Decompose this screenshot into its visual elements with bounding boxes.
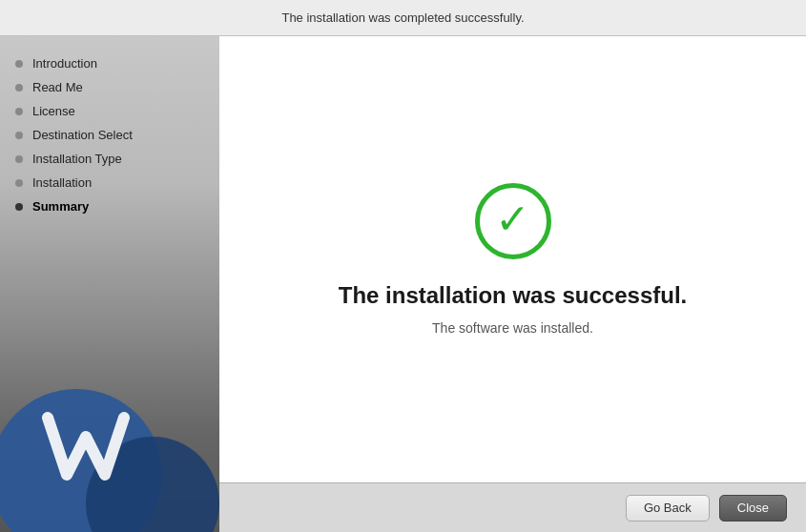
sidebar-label-installation-type: Installation Type: [32, 152, 122, 166]
success-subtitle: The software was installed.: [432, 320, 593, 336]
sidebar-item-summary[interactable]: Summary: [15, 194, 219, 218]
nav-dot-introduction: [15, 60, 23, 68]
title-bar-text: The installation was completed successfu…: [281, 10, 524, 25]
nav-dot-summary: [15, 203, 23, 211]
success-icon: ✓: [475, 183, 551, 259]
nav-dot-license: [15, 108, 23, 115]
sidebar-item-license[interactable]: License: [15, 99, 219, 123]
success-title: The installation was successful.: [339, 282, 687, 309]
go-back-button[interactable]: Go Back: [626, 495, 710, 522]
checkmark-icon: ✓: [495, 198, 530, 240]
sidebar-label-license: License: [32, 104, 75, 118]
nav-dot-installation-type: [15, 155, 23, 163]
sidebar-item-installation-type[interactable]: Installation Type: [15, 147, 219, 171]
sidebar: IntroductionRead MeLicenseDestination Se…: [0, 36, 219, 532]
sidebar-label-introduction: Introduction: [32, 56, 97, 71]
content-area: IntroductionRead MeLicenseDestination Se…: [0, 36, 806, 532]
main-panel: ✓ The installation was successful. The s…: [219, 36, 806, 532]
close-button[interactable]: Close: [719, 495, 787, 522]
nav-dot-installation: [15, 179, 23, 187]
sidebar-label-installation: Installation: [32, 175, 92, 190]
sidebar-nav: IntroductionRead MeLicenseDestination Se…: [0, 51, 219, 218]
sidebar-logo: [0, 313, 219, 532]
sidebar-label-read-me: Read Me: [32, 80, 83, 94]
sidebar-item-introduction[interactable]: Introduction: [15, 51, 219, 75]
sidebar-label-summary: Summary: [32, 199, 89, 214]
title-bar: The installation was completed successfu…: [0, 0, 806, 36]
sidebar-item-destination-select[interactable]: Destination Select: [15, 123, 219, 147]
sidebar-item-read-me[interactable]: Read Me: [15, 75, 219, 99]
sidebar-label-destination-select: Destination Select: [32, 128, 133, 142]
installer-window: The installation was completed successfu…: [0, 0, 806, 532]
bottom-bar: Go Back Close: [219, 482, 806, 532]
sidebar-item-installation[interactable]: Installation: [15, 171, 219, 194]
nav-dot-destination-select: [15, 132, 23, 139]
main-content: ✓ The installation was successful. The s…: [219, 36, 806, 482]
nav-dot-read-me: [15, 84, 23, 92]
